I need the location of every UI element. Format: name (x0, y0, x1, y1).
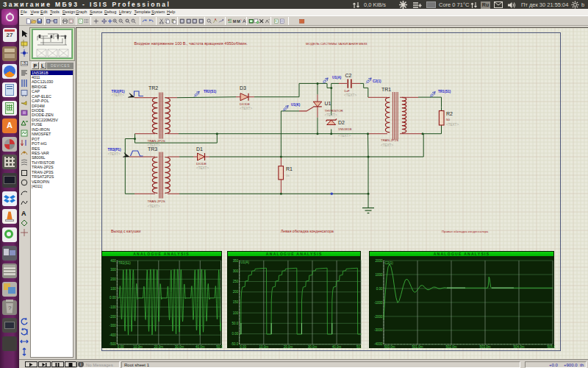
svg-text:C2: C2 (345, 72, 352, 77)
svg-text:400: 400 (110, 259, 116, 263)
svg-text:505.0m: 505.0m (547, 345, 555, 349)
svg-text:TR1: TR1 (381, 87, 391, 92)
svg-text:-300: -300 (109, 324, 116, 328)
svg-text:-2000: -2000 (374, 315, 383, 319)
svg-text:100: 100 (110, 287, 116, 291)
svg-text:TR2(P1): TR2(P1) (112, 89, 126, 93)
svg-text:Левая обкладка конденсатора: Левая обкладка конденсатора (281, 229, 334, 233)
svg-text:-50.0: -50.0 (231, 343, 239, 347)
svg-text:150: 150 (233, 301, 239, 305)
svg-text:U1(A): U1(A) (240, 261, 249, 265)
svg-text:TR3(P1): TR3(P1) (108, 148, 122, 152)
svg-text:50: 50 (446, 117, 450, 121)
svg-text:40.0m: 40.0m (332, 345, 342, 349)
svg-text:C2(1): C2(1) (373, 79, 381, 82)
svg-text:R2: R2 (446, 111, 453, 116)
svg-text:<TEXT>: <TEXT> (344, 93, 356, 97)
svg-text:1000: 1000 (375, 273, 383, 277)
svg-text:-100: -100 (109, 305, 116, 309)
svg-text:TR2: TR2 (148, 85, 158, 91)
svg-text:C2(1): C2(1) (385, 261, 394, 265)
svg-text:0.00: 0.00 (240, 345, 246, 349)
svg-text:DIODE: DIODE (240, 102, 250, 105)
svg-text:Правая обкладка конденсатора: Правая обкладка конденсатора (442, 230, 489, 233)
svg-text:1k: 1k (286, 174, 290, 177)
svg-text:40.0m: 40.0m (196, 345, 205, 349)
svg-text:Входное напряжение 100 В., час: Входное напряжение 100 В., частота враще… (135, 41, 248, 46)
svg-text:-3000: -3000 (374, 329, 383, 333)
svg-text:Выход с катушки: Выход с катушки (111, 229, 141, 233)
svg-text:R1: R1 (286, 166, 293, 171)
svg-text:50.0: 50.0 (232, 322, 239, 325)
svg-text:<TEXT>: <TEXT> (338, 133, 351, 137)
svg-text:1N5381B: 1N5381B (338, 127, 351, 131)
svg-text:20.0m: 20.0m (154, 345, 163, 349)
svg-text:502.0m: 502.0m (445, 345, 456, 349)
svg-text:TR1(S1): TR1(S1) (438, 89, 451, 93)
svg-text:20.0m: 20.0m (284, 345, 293, 349)
svg-text:0.00: 0.00 (232, 332, 239, 336)
svg-text:-400: -400 (109, 333, 116, 337)
svg-text:LBL: LBL (22, 62, 29, 66)
svg-text:300: 300 (110, 268, 116, 272)
svg-text:МОДЕЛЬ СИСТЕМЫ ЗАЖИГАНИЯ МБ93: МОДЕЛЬ СИСТЕМЫ ЗАЖИГАНИЯ МБ93 (306, 42, 368, 46)
svg-text:30.0m: 30.0m (308, 345, 318, 349)
svg-text:30.0m: 30.0m (174, 345, 184, 349)
svg-text:-1000: -1000 (374, 301, 383, 305)
svg-text:<TEXT>: <TEXT> (381, 144, 393, 147)
svg-text:50.0m: 50.0m (216, 345, 223, 349)
svg-text:504.0m: 504.0m (513, 345, 524, 349)
svg-text:10.0m: 10.0m (133, 345, 143, 349)
svg-text:1uF: 1uF (344, 89, 350, 93)
svg-text:TR2(S1): TR2(S1) (118, 261, 131, 265)
svg-text:<TEXT>: <TEXT> (196, 166, 209, 170)
svg-text:<TEXT>: <TEXT> (446, 122, 459, 126)
svg-text:<TEXT>: <TEXT> (148, 204, 160, 208)
svg-text:U1(A): U1(A) (332, 75, 342, 79)
svg-text:TR2(S1): TR2(S1) (204, 90, 217, 93)
svg-text:<TEXT>: <TEXT> (108, 152, 121, 155)
svg-text:D2: D2 (338, 120, 345, 125)
svg-text:D3: D3 (240, 85, 246, 91)
svg-text:500.0m: 500.0m (384, 345, 395, 349)
svg-text:U1: U1 (325, 101, 331, 106)
svg-text:10.0m: 10.0m (259, 345, 269, 349)
svg-text:50.0m: 50.0m (356, 345, 362, 349)
svg-text:100: 100 (233, 311, 239, 315)
svg-text:M: M (237, 19, 240, 24)
svg-text:-200: -200 (109, 315, 116, 319)
svg-text:THYRISTOR: THYRISTOR (325, 109, 343, 113)
svg-text:<TEXT>: <TEXT> (112, 93, 124, 97)
svg-text:350: 350 (233, 259, 239, 263)
svg-text:-500: -500 (109, 343, 116, 347)
svg-text:200: 200 (233, 290, 239, 294)
svg-text:0.00: 0.00 (376, 287, 383, 291)
svg-text:TR3: TR3 (148, 146, 157, 152)
svg-text:250: 250 (233, 280, 239, 283)
svg-text:M: M (232, 19, 236, 24)
svg-text:200: 200 (110, 277, 116, 281)
svg-text:300: 300 (233, 269, 239, 273)
svg-text:501.0m: 501.0m (412, 345, 423, 349)
svg-text:-4000: -4000 (374, 343, 383, 347)
svg-text:A: A (21, 209, 26, 216)
svg-text:0.00: 0.00 (110, 296, 116, 300)
svg-text:503.0m: 503.0m (479, 345, 490, 349)
svg-text:<TEXT>: <TEXT> (240, 106, 252, 110)
svg-text:TRAN-2P2S: TRAN-2P2S (381, 138, 398, 142)
svg-text:DIODE: DIODE (196, 162, 207, 166)
svg-text:TRAN-2P2S: TRAN-2P2S (148, 199, 165, 203)
svg-text:D1: D1 (196, 146, 203, 152)
svg-text:2000: 2000 (375, 259, 383, 263)
svg-text:TRAN-2P2S: TRAN-2P2S (148, 139, 165, 143)
svg-text:<TEXT>: <TEXT> (325, 113, 337, 117)
svg-text:U1(K): U1(K) (291, 103, 301, 107)
svg-text:0.00: 0.00 (117, 345, 123, 349)
